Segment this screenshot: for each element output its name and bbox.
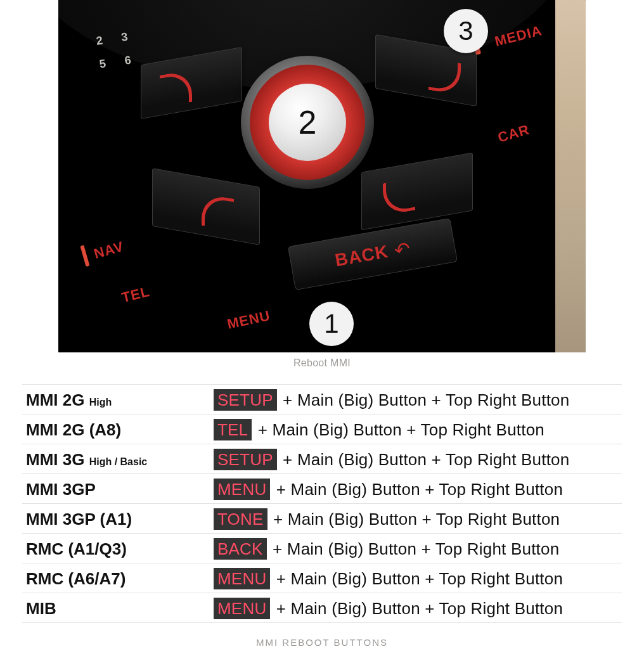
back-button: BACK ↶ — [288, 218, 458, 290]
key-chip: MENU — [214, 479, 270, 501]
trim-strip — [555, 0, 586, 352]
table-row: RMC (A6/A7)MENU + Main (Big) Button + To… — [22, 563, 622, 593]
back-label: BACK — [333, 241, 390, 271]
preset-5: 5 — [99, 57, 107, 71]
table-row: RMC (A1/Q3)BACK + Main (Big) Button + To… — [22, 534, 622, 563]
mmi-console-photo: 23 56 2 BACK ↶ NAV TEL MENU CAR — [58, 0, 586, 352]
reboot-table: MMI 2G HighSETUP + Main (Big) Button + T… — [22, 384, 622, 623]
preset-3: 3 — [120, 30, 129, 44]
softkey-bottom-left — [152, 168, 260, 245]
nav-button: NAV — [92, 238, 126, 262]
model-cell: RMC (A1/Q3) — [22, 534, 210, 563]
key-chip: TEL — [214, 419, 252, 441]
model-cell: MMI 2G (A8) — [22, 414, 210, 444]
key-chip: BACK — [214, 538, 267, 560]
preset-6: 6 — [124, 54, 132, 68]
image-caption: Reboot MMI — [58, 357, 586, 369]
key-chip: MENU — [214, 598, 270, 620]
marker-1: 1 — [309, 302, 354, 346]
menu-button: MENU — [226, 307, 272, 333]
return-arrow-icon: ↶ — [392, 236, 412, 261]
car-button: CAR — [496, 122, 532, 146]
tel-button: TEL — [120, 283, 152, 306]
key-chip: SETUP — [214, 389, 277, 411]
combo-cell: MENU + Main (Big) Button + Top Right But… — [210, 563, 622, 593]
table-row: MMI 3GP (A1)TONE + Main (Big) Button + T… — [22, 504, 622, 534]
table-row: MIBMENU + Main (Big) Button + Top Right … — [22, 593, 622, 623]
key-chip: TONE — [214, 508, 267, 530]
softkey-bottom-right — [361, 152, 473, 230]
model-cell: MMI 2G High — [22, 385, 210, 414]
combo-cell: TEL + Main (Big) Button + Top Right Butt… — [210, 414, 622, 444]
model-cell: RMC (A6/A7) — [22, 563, 210, 593]
key-chip: MENU — [214, 568, 270, 590]
combo-cell: MENU + Main (Big) Button + Top Right But… — [210, 474, 622, 504]
combo-cell: SETUP + Main (Big) Button + Top Right Bu… — [210, 444, 622, 474]
combo-cell: MENU + Main (Big) Button + Top Right But… — [210, 593, 622, 623]
key-chip: SETUP — [214, 449, 277, 471]
main-rotary-knob: 2 — [241, 56, 374, 189]
combo-cell: TONE + Main (Big) Button + Top Right But… — [210, 504, 622, 534]
marker-3: 3 — [444, 9, 488, 53]
table-row: MMI 2G HighSETUP + Main (Big) Button + T… — [22, 385, 622, 414]
table-row: MMI 3G High / BasicSETUP + Main (Big) Bu… — [22, 444, 622, 474]
model-cell: MMI 3G High / Basic — [22, 444, 210, 474]
table-caption: MMI REBOOT BUTTONS — [22, 637, 622, 648]
model-cell: MMI 3GP (A1) — [22, 504, 210, 534]
combo-cell: SETUP + Main (Big) Button + Top Right Bu… — [210, 385, 622, 414]
model-cell: MMI 3GP — [22, 474, 210, 504]
table-row: MMI 3GPMENU + Main (Big) Button + Top Ri… — [22, 474, 622, 504]
preset-2: 2 — [95, 34, 103, 48]
combo-cell: BACK + Main (Big) Button + Top Right But… — [210, 534, 622, 563]
model-cell: MIB — [22, 593, 210, 623]
marker-2: 2 — [269, 84, 346, 161]
table-row: MMI 2G (A8)TEL + Main (Big) Button + Top… — [22, 414, 622, 444]
